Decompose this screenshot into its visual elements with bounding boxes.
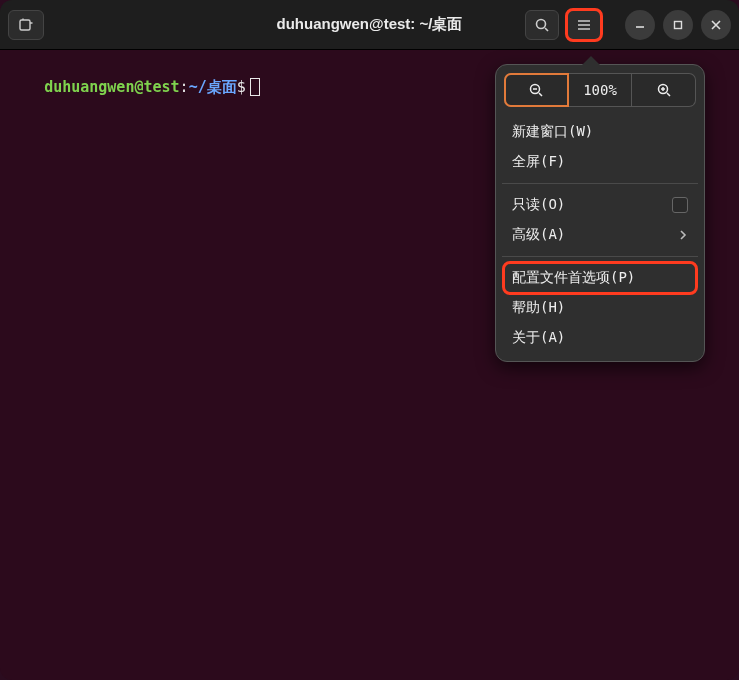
maximize-icon bbox=[672, 19, 684, 31]
hamburger-icon bbox=[576, 17, 592, 33]
svg-rect-0 bbox=[20, 20, 30, 30]
menu-item-label: 只读(O) bbox=[512, 196, 565, 214]
hamburger-popover: 100% 新建窗口(W) 全屏(F) 只读(O) 高级(A) 配置文件首选项(P… bbox=[495, 64, 705, 362]
terminal-cursor bbox=[250, 78, 260, 96]
minimize-button[interactable] bbox=[625, 10, 655, 40]
menu-item-preferences[interactable]: 配置文件首选项(P) bbox=[504, 263, 696, 293]
maximize-button[interactable] bbox=[663, 10, 693, 40]
titlebar: duhuangwen@test: ~/桌面 bbox=[0, 0, 739, 50]
prompt-path: ~/桌面 bbox=[189, 78, 237, 96]
prompt-dollar: $ bbox=[237, 78, 246, 96]
menu-item-label: 配置文件首选项(P) bbox=[512, 269, 635, 287]
svg-rect-2 bbox=[675, 21, 682, 28]
menu-item-label: 高级(A) bbox=[512, 226, 565, 244]
search-button[interactable] bbox=[525, 10, 559, 40]
menu-item-label: 全屏(F) bbox=[512, 153, 565, 171]
zoom-row: 100% bbox=[504, 73, 696, 107]
prompt-user-host: duhuangwen@test bbox=[44, 78, 179, 96]
zoom-out-button[interactable] bbox=[504, 73, 569, 107]
menu-item-help[interactable]: 帮助(H) bbox=[504, 293, 696, 323]
zoom-in-button[interactable] bbox=[632, 73, 696, 107]
menu-item-label: 帮助(H) bbox=[512, 299, 565, 317]
menu-separator bbox=[502, 256, 698, 257]
prompt-sep: : bbox=[180, 78, 189, 96]
zoom-value[interactable]: 100% bbox=[569, 73, 633, 107]
terminal-area[interactable]: duhuangwen@test:~/桌面$ 100% 新建窗口(W) 全屏(F)… bbox=[0, 50, 739, 680]
menu-item-new-window[interactable]: 新建窗口(W) bbox=[504, 117, 696, 147]
minimize-icon bbox=[634, 19, 646, 31]
zoom-in-icon bbox=[656, 82, 672, 98]
new-tab-icon bbox=[18, 17, 34, 33]
close-icon bbox=[710, 19, 722, 31]
menu-separator bbox=[502, 183, 698, 184]
chevron-right-icon bbox=[678, 230, 688, 240]
menu-item-advanced[interactable]: 高级(A) bbox=[504, 220, 696, 250]
new-tab-button[interactable] bbox=[8, 10, 44, 40]
menu-item-about[interactable]: 关于(A) bbox=[504, 323, 696, 353]
readonly-checkbox[interactable] bbox=[672, 197, 688, 213]
close-button[interactable] bbox=[701, 10, 731, 40]
svg-point-1 bbox=[537, 19, 546, 28]
search-icon bbox=[534, 17, 550, 33]
zoom-out-icon bbox=[528, 82, 544, 98]
hamburger-menu-button[interactable] bbox=[567, 10, 601, 40]
menu-item-label: 关于(A) bbox=[512, 329, 565, 347]
menu-item-readonly[interactable]: 只读(O) bbox=[504, 190, 696, 220]
menu-item-fullscreen[interactable]: 全屏(F) bbox=[504, 147, 696, 177]
menu-item-label: 新建窗口(W) bbox=[512, 123, 593, 141]
